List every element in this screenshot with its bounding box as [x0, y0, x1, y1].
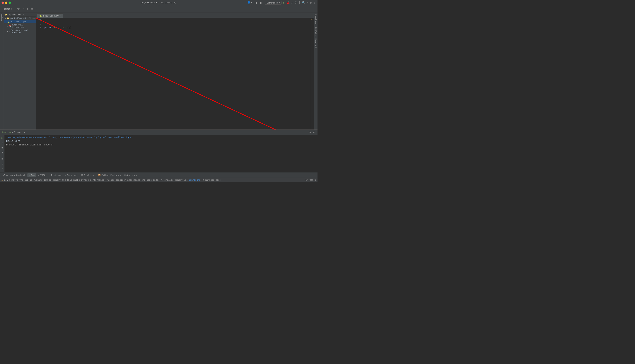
root-label: py_helloword: [10, 17, 26, 20]
run-config-button[interactable]: Current File ▾: [265, 1, 281, 5]
root-path: ~/Documents/py/py_helloword: [28, 17, 36, 20]
editor-content: 1 2 3 print("Hello Word") ⚠1: [36, 18, 314, 130]
minimize-icon[interactable]: −: [35, 7, 38, 11]
code-line-1: [44, 19, 309, 22]
sync-icon[interactable]: ⟳: [16, 6, 21, 11]
expand-arrow-scratch: ▶: [7, 30, 8, 33]
tab-todo[interactable]: ✓ TODO: [37, 173, 47, 177]
warning-indicator: ⚠1: [311, 18, 313, 20]
endpoints-icon[interactable]: Endpoints: [314, 37, 317, 51]
more-button[interactable]: ⋮: [313, 1, 316, 4]
close-run-tab-icon[interactable]: ✕: [24, 131, 25, 134]
search-button[interactable]: 🔍: [302, 1, 305, 4]
todo-label: TODO: [40, 174, 45, 176]
title-bar-right: 👤▾ ◀ ▶ Current File ▾ ▶ 🐞 ⚡ ⏱ | 🔍 + ⚙ ⋮: [247, 1, 316, 5]
debug-button[interactable]: 🐞: [286, 1, 290, 4]
file-path-link[interactable]: /Users/jayhua/Documents/py/py_helloword/…: [64, 136, 131, 139]
run-header-right: ⚙ ⊟: [308, 130, 316, 134]
project-sidebar-icon[interactable]: Project: [1, 13, 3, 22]
window-controls[interactable]: [2, 2, 11, 4]
python-file-icon: 🐍: [7, 20, 10, 23]
tab-python-packages[interactable]: 📦 Python Packages: [97, 173, 122, 177]
todo-icon: ✓: [38, 174, 40, 176]
version-control-icon: ⎇: [2, 174, 5, 176]
line-num-3: 3: [36, 26, 41, 30]
tab-run[interactable]: ▶ Run: [28, 173, 36, 177]
py-icon: 🐍: [39, 14, 42, 17]
settings-button[interactable]: ⚙: [310, 1, 312, 4]
tab-version-control[interactable]: ⎇ Version Control: [1, 173, 26, 177]
tree-root[interactable]: ▾ 📁 py_helloword ~/Documents/py/py_hello…: [4, 17, 36, 20]
encoding-indicator[interactable]: UTF-8: [310, 179, 316, 181]
configure-link[interactable]: Configure: [189, 179, 200, 181]
run-expand-icon[interactable]: ⊟: [312, 130, 316, 134]
tree-item-scratches[interactable]: ▶ ✏ Scratches and Consoles: [4, 29, 36, 34]
forward-button[interactable]: ▶: [260, 1, 263, 5]
terminal-label: Terminal: [67, 174, 78, 176]
project-icon: 📁: [5, 13, 8, 16]
python-path-link[interactable]: /Users/jayhua/anaconda3/envs/py37/bin/py…: [6, 136, 63, 139]
window-title: py_helloword – HelloWord.py: [142, 2, 176, 4]
tab-problems[interactable]: ⚠ Problems: [48, 173, 63, 177]
line-col-indicator[interactable]: LF: [305, 179, 308, 181]
editor-tab-helloword[interactable]: 🐍 HelloWord.py ✕: [37, 14, 63, 18]
run-left-icons: ▶ ↑ ■ ⏸ ≡ ↓ ⏎ 🌲 📌 🗑: [0, 135, 5, 172]
run-tab-icon2: ▶: [29, 174, 30, 176]
settings2-icon[interactable]: ⚙: [30, 6, 34, 11]
tree-item-external-libs[interactable]: ▶ 📚 External Libraries: [4, 23, 36, 29]
close-button[interactable]: [2, 2, 4, 4]
run-label2: Run: [31, 174, 35, 176]
expand-arrow: ▾: [5, 17, 6, 20]
run-wrap-icon[interactable]: ⏎: [1, 167, 4, 171]
run-rerun-icon[interactable]: ↑: [1, 141, 4, 145]
problems-icon: ⚠: [49, 174, 50, 176]
tab-profiler[interactable]: ⏱ Profiler: [80, 173, 96, 177]
scm-icon[interactable]: SCM/VCS: [314, 26, 317, 37]
run-scroll-icon[interactable]: ↓: [1, 162, 4, 166]
scratches-label: Scratches and Consoles: [11, 29, 35, 34]
paren-close: ): [70, 26, 71, 30]
profile-button[interactable]: 👤▾: [247, 1, 253, 5]
main-content: Project 📁 py_helloword ▾ 📁 py_helloword …: [0, 12, 318, 130]
chevron-icon: ▾: [11, 8, 12, 10]
tab-terminal[interactable]: ▸ Terminal: [64, 173, 79, 177]
status-bar-right: LF UTF-8: [305, 179, 316, 181]
minimize-button[interactable]: [5, 2, 8, 4]
editor-area: 🐍 HelloWord.py ✕ 1 2 3 print("Hello Word…: [36, 12, 314, 130]
time-text: (4 minutes ago): [202, 179, 221, 181]
run-button[interactable]: ▶: [283, 1, 285, 5]
run-stop-icon[interactable]: ■: [1, 146, 4, 150]
toolbar-separator: [15, 7, 15, 11]
tab-services[interactable]: ⚙ Services: [123, 173, 138, 177]
maximize-button[interactable]: [9, 2, 11, 4]
run-tab[interactable]: ▶ HelloWord ✕: [9, 131, 26, 134]
database-icon[interactable]: Database: [314, 13, 317, 26]
project-menu-button[interactable]: Project ▾: [2, 7, 13, 11]
run-tab-icon: ▶: [10, 131, 11, 134]
terminal-icon: ▸: [65, 174, 66, 176]
close-tab-icon[interactable]: ✕: [60, 15, 61, 17]
line-numbers: 1 2 3: [36, 18, 43, 130]
sort-icon[interactable]: ↕: [26, 7, 29, 11]
indent-icon[interactable]: ≡: [22, 7, 25, 11]
warning-icon: ⚠: [2, 179, 3, 181]
run-tab-label: HelloWord: [12, 131, 23, 134]
code-line-3: print("Hello Word"): [44, 26, 309, 30]
code-editor[interactable]: print("Hello Word"): [43, 18, 310, 130]
run-panel: Run: ▶ HelloWord ✕ ⚙ ⊟ ▶ ↑ ■ ⏸ ≡ ↓ ⏎ 🌲 📌…: [0, 130, 318, 172]
run-settings-icon[interactable]: ⚙: [308, 130, 311, 134]
profiler-run-button[interactable]: ⏱: [295, 1, 297, 4]
command-line: /Users/jayhua/anaconda3/envs/py37/bin/py…: [6, 136, 316, 140]
run-pause-icon[interactable]: ⏸: [1, 151, 4, 155]
project-panel: 📁 py_helloword ▾ 📁 py_helloword ~/Docume…: [4, 12, 36, 130]
folder-icon: 📁: [7, 17, 10, 20]
tree-item-helloword[interactable]: 🐍 HelloWord.py: [4, 20, 36, 23]
string-value: "Hello Word": [53, 26, 70, 30]
project-name: py_helloword: [9, 14, 24, 16]
coverage-button[interactable]: ⚡: [291, 1, 293, 4]
back-button[interactable]: ◀: [254, 1, 258, 5]
vcs-button[interactable]: +: [307, 1, 308, 4]
run-play-icon[interactable]: ▶: [1, 136, 4, 140]
run-output-text: Hello Word: [6, 140, 316, 143]
run-filter-icon[interactable]: ≡: [1, 157, 4, 161]
